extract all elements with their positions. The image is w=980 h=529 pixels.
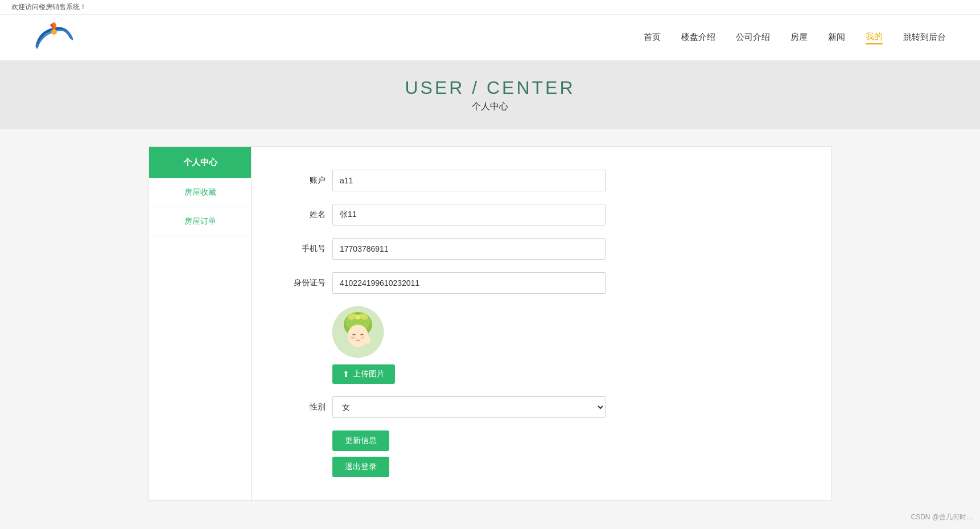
logout-button[interactable]: 退出登录 — [332, 457, 389, 477]
logo-icon — [34, 20, 74, 55]
svg-point-12 — [367, 337, 370, 340]
gender-row: 性别 女 男 — [286, 396, 797, 418]
account-input[interactable] — [332, 170, 606, 191]
nav-item-building[interactable]: 楼盘介绍 — [681, 32, 715, 44]
nav-item-home[interactable]: 首页 — [644, 32, 661, 44]
watermark: CSDN @曾几何时… — [911, 512, 973, 522]
nav-item-backend[interactable]: 跳转到后台 — [903, 32, 946, 44]
main-nav: 首页 楼盘介绍 公司介绍 房屋 新闻 我的 跳转到后台 — [644, 31, 946, 44]
hero-title-cn: 个人中心 — [472, 101, 508, 113]
nav-item-house[interactable]: 房屋 — [790, 32, 808, 44]
phone-label: 手机号 — [286, 244, 326, 254]
nav-item-company[interactable]: 公司介绍 — [736, 32, 770, 44]
nav-item-news[interactable]: 新闻 — [828, 32, 845, 44]
upload-button[interactable]: ⬆ 上传图片 — [332, 364, 395, 384]
logo-area — [34, 20, 74, 55]
top-bar-message: 欢迎访问楼房销售系统！ — [11, 3, 87, 11]
svg-point-1 — [51, 29, 57, 35]
gender-label: 性别 — [286, 402, 326, 412]
hero-banner: USER / CENTER 个人中心 — [0, 61, 980, 129]
name-input[interactable] — [332, 204, 606, 225]
sidebar-item-favorites[interactable]: 房屋收藏 — [149, 178, 251, 207]
phone-input[interactable] — [332, 238, 606, 260]
account-row: 账户 — [286, 170, 797, 191]
id-row: 身份证号 — [286, 272, 797, 294]
name-label: 姓名 — [286, 210, 326, 220]
sidebar: 个人中心 房屋收藏 房屋订单 — [149, 147, 252, 500]
sidebar-header: 个人中心 — [149, 147, 251, 178]
form-area: 账户 姓名 手机号 身份证号 — [252, 147, 831, 500]
avatar — [332, 306, 384, 358]
svg-point-7 — [356, 315, 360, 319]
id-label: 身份证号 — [286, 278, 326, 288]
nav-item-mine[interactable]: 我的 — [866, 31, 883, 44]
account-label: 账户 — [286, 175, 326, 186]
upload-button-label: 上传图片 — [353, 369, 385, 379]
top-bar: 欢迎访问楼房销售系统！ — [0, 0, 980, 15]
upload-icon: ⬆ — [343, 370, 349, 379]
name-row: 姓名 — [286, 204, 797, 225]
id-input[interactable] — [332, 272, 606, 294]
avatar-image — [332, 306, 384, 358]
avatar-section: ⬆ 上传图片 — [332, 306, 797, 384]
svg-point-9 — [351, 337, 355, 339]
phone-row: 手机号 — [286, 238, 797, 260]
update-button[interactable]: 更新信息 — [332, 430, 389, 451]
main-content: 个人中心 房屋收藏 房屋订单 账户 姓名 手机号 身份证号 — [149, 146, 831, 501]
gender-select[interactable]: 女 男 — [332, 396, 606, 418]
header: 首页 楼盘介绍 公司介绍 房屋 新闻 我的 跳转到后台 — [0, 15, 980, 61]
sidebar-item-orders[interactable]: 房屋订单 — [149, 207, 251, 236]
action-buttons: 更新信息 退出登录 — [332, 430, 389, 477]
hero-title-en: USER / CENTER — [405, 77, 575, 99]
